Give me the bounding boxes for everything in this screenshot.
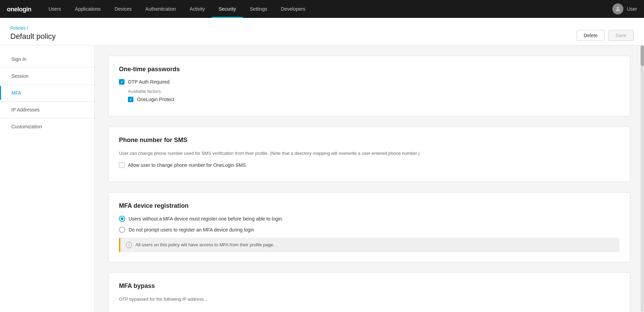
onelogin-protect-label: OneLogin Protect	[137, 97, 174, 102]
onelogin-protect-row: OneLogin Protect	[128, 97, 620, 102]
mfa-info-text: All users on this policy will have acces…	[135, 242, 274, 247]
sidebar-divider-1	[0, 67, 94, 68]
sidebar-divider-4	[0, 118, 94, 118]
otp-required-checkbox[interactable]	[119, 79, 124, 85]
user-label: User	[627, 6, 637, 12]
nav-item-developers[interactable]: Developers	[274, 0, 312, 18]
factors-list: OneLogin Protect	[128, 97, 620, 102]
otp-section-title: One-time passwords	[119, 66, 620, 73]
sidebar-item-session[interactable]: Session	[0, 69, 94, 83]
info-icon: i	[126, 242, 132, 248]
nav-item-authentication[interactable]: Authentication	[139, 0, 183, 18]
sidebar-item-mfa[interactable]: MFA	[0, 86, 94, 100]
sidebar-item-customization[interactable]: Customization	[0, 120, 94, 133]
available-factors-label: Available factors:	[128, 89, 620, 94]
onelogin-logo: onelogin	[7, 5, 31, 13]
sidebar: Sign In Session MFA IP Addresses Customi…	[0, 45, 95, 312]
onelogin-protect-checkbox[interactable]	[128, 97, 133, 102]
allow-change-phone-label: Allow user to change phone number for On…	[128, 162, 246, 168]
mfa-radio-register-label: Users without a MFA device must register…	[129, 216, 283, 222]
nav-item-users[interactable]: Users	[42, 0, 68, 18]
scrollbar[interactable]	[641, 45, 644, 312]
mfa-bypass-section: MFA bypass OTP bypassed for the followin…	[108, 272, 630, 312]
sidebar-divider-2	[0, 84, 94, 85]
nav-item-devices[interactable]: Devices	[108, 0, 139, 18]
mfa-radio-no-prompt[interactable]	[119, 227, 125, 233]
sidebar-divider-3	[0, 101, 94, 101]
mfa-radio-register-row: Users without a MFA device must register…	[119, 216, 620, 222]
scrollbar-thumb[interactable]	[641, 45, 644, 66]
save-button[interactable]: Save	[608, 30, 634, 41]
breadcrumb: Policies /	[10, 25, 56, 31]
mfa-bypass-subtitle: OTP bypassed for the following IP addres…	[119, 296, 620, 303]
phone-section: Phone number for SMS User can change pho…	[108, 127, 630, 182]
avatar	[612, 3, 623, 14]
breadcrumb-policies-link[interactable]: Policies	[10, 25, 26, 31]
mfa-radio-no-prompt-row: Do not prompt users to register an MFA d…	[119, 227, 620, 233]
phone-section-description: User can change phone number used for SM…	[119, 150, 620, 157]
content-area: One-time passwords OTP Auth Required Ava…	[95, 45, 644, 312]
user-menu[interactable]: User	[612, 3, 637, 14]
main-layout: Sign In Session MFA IP Addresses Customi…	[0, 45, 644, 312]
mfa-bypass-title: MFA bypass	[119, 282, 620, 290]
subheader-left: Policies / Default policy	[10, 25, 56, 45]
nav-items: Users Applications Devices Authenticatio…	[42, 0, 612, 18]
nav-item-security[interactable]: Security	[212, 0, 243, 18]
otp-required-label: OTP Auth Required	[128, 79, 170, 85]
otp-required-row: OTP Auth Required	[119, 79, 620, 85]
allow-change-phone-row: Allow user to change phone number for On…	[119, 162, 620, 168]
mfa-registration-title: MFA device registration	[119, 202, 620, 209]
mfa-radio-register[interactable]	[119, 216, 125, 222]
mfa-info-box: i All users on this policy will have acc…	[119, 238, 620, 252]
breadcrumb-separator: /	[27, 25, 28, 31]
subheader-actions: Delete Save	[577, 30, 634, 45]
nav-item-activity[interactable]: Activity	[183, 0, 212, 18]
top-navigation: onelogin Users Applications Devices Auth…	[0, 0, 644, 18]
nav-item-settings[interactable]: Settings	[243, 0, 274, 18]
subheader: Policies / Default policy Delete Save	[0, 18, 644, 45]
sidebar-item-ip-addresses[interactable]: IP Addresses	[0, 103, 94, 117]
delete-button[interactable]: Delete	[577, 30, 605, 41]
sidebar-item-sign-in[interactable]: Sign In	[0, 52, 94, 66]
svg-point-0	[617, 7, 619, 9]
mfa-registration-section: MFA device registration Users without a …	[108, 192, 630, 262]
mfa-radio-no-prompt-label: Do not prompt users to register an MFA d…	[129, 227, 254, 233]
nav-item-applications[interactable]: Applications	[68, 0, 108, 18]
phone-section-title: Phone number for SMS	[119, 137, 620, 144]
otp-section: One-time passwords OTP Auth Required Ava…	[108, 56, 630, 116]
allow-change-phone-checkbox[interactable]	[119, 162, 124, 168]
page-title: Default policy	[10, 32, 56, 41]
